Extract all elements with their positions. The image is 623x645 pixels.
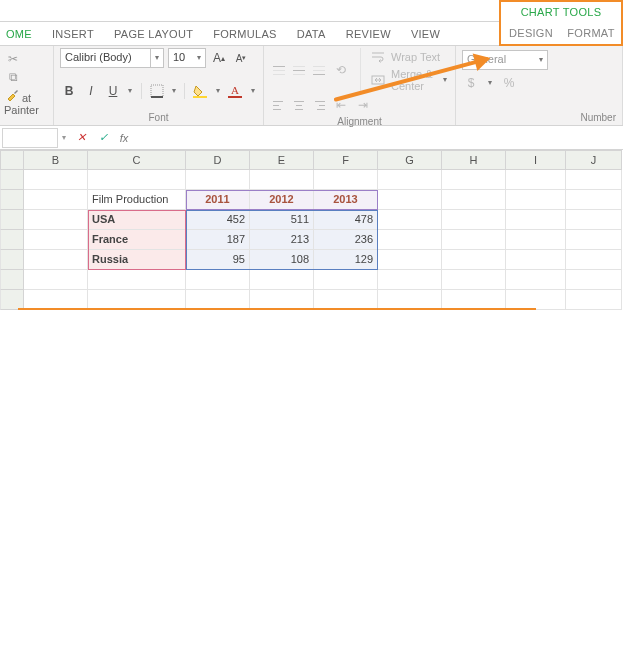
cell-france-2012[interactable]: 213 xyxy=(250,230,314,250)
formula-bar: ▾ ✕ ✓ fx xyxy=(0,126,623,150)
year-2011-header[interactable]: 2011 xyxy=(186,190,250,210)
chevron-down-icon: ▾ xyxy=(193,49,205,67)
fx-icon[interactable]: fx xyxy=(114,132,134,144)
chevron-down-icon: ▾ xyxy=(151,49,163,67)
chevron-down-icon: ▾ xyxy=(126,82,135,100)
bold-button[interactable]: B xyxy=(60,82,78,100)
col-header-I[interactable]: I xyxy=(506,150,566,170)
align-center-button[interactable] xyxy=(290,96,308,114)
col-header-F[interactable]: F xyxy=(314,150,378,170)
col-header-H[interactable]: H xyxy=(442,150,506,170)
align-top-button[interactable] xyxy=(270,61,288,79)
copy-icon: ⧉ xyxy=(4,68,22,86)
col-header-B[interactable]: B xyxy=(24,150,88,170)
font-color-button[interactable]: A xyxy=(226,82,244,100)
row-label-usa[interactable]: USA xyxy=(88,210,186,230)
chevron-down-icon: ▾ xyxy=(484,74,496,92)
number-group-label: Number xyxy=(456,112,622,125)
cell-russia-2013[interactable]: 129 xyxy=(314,250,378,270)
wrap-text-button[interactable]: Wrap Text xyxy=(369,48,449,66)
chevron-down-icon: ▾ xyxy=(58,133,70,142)
col-header-E[interactable]: E xyxy=(250,150,314,170)
align-right-button[interactable] xyxy=(310,96,328,114)
copy-button[interactable]: ⧉ xyxy=(4,68,49,86)
currency-button[interactable]: $ xyxy=(462,74,480,92)
cell-russia-2012[interactable]: 108 xyxy=(250,250,314,270)
increase-font-button[interactable]: A▴ xyxy=(210,49,228,67)
cell-usa-2011[interactable]: 452 xyxy=(186,210,250,230)
chevron-down-icon: ▾ xyxy=(213,82,222,100)
enter-formula-button[interactable]: ✓ xyxy=(92,131,114,144)
chevron-down-icon: ▾ xyxy=(170,82,179,100)
chart-tools-tabs: DESIGN FORMAT xyxy=(499,22,623,46)
cancel-formula-button[interactable]: ✕ xyxy=(70,131,92,144)
col-header-G[interactable]: G xyxy=(378,150,442,170)
svg-rect-4 xyxy=(228,96,242,98)
increase-indent-button[interactable]: ⇥ xyxy=(354,96,372,114)
ribbon: ✂ ⧉ at Painter Calibri (Body) ▾ 10 ▾ A▴ … xyxy=(0,46,623,126)
tab-chart-format[interactable]: FORMAT xyxy=(561,22,621,44)
ribbon-group-alignment: ⟲ Wrap Text Merge & Center ▾ xyxy=(264,46,456,125)
wrap-text-label: Wrap Text xyxy=(391,51,440,63)
embedded-chart[interactable]: 0 100 200 300 400 500 600 xyxy=(18,308,536,310)
paintbrush-icon xyxy=(4,86,22,104)
year-2013-header[interactable]: 2013 xyxy=(314,190,378,210)
svg-text:A: A xyxy=(231,84,239,96)
italic-button[interactable]: I xyxy=(82,82,100,100)
row-label-russia[interactable]: Russia xyxy=(88,250,186,270)
cell-france-2013[interactable]: 236 xyxy=(314,230,378,250)
cell-france-2011[interactable]: 187 xyxy=(186,230,250,250)
tab-page-layout[interactable]: PAGE LAYOUT xyxy=(104,28,203,40)
col-header-J[interactable]: J xyxy=(566,150,622,170)
align-middle-button[interactable] xyxy=(290,61,308,79)
border-button[interactable] xyxy=(148,82,166,100)
col-header-C[interactable]: C xyxy=(88,150,186,170)
chevron-down-icon: ▾ xyxy=(248,82,257,100)
alignment-group-label: Alignment xyxy=(264,116,455,129)
align-bottom-button[interactable] xyxy=(310,61,328,79)
name-box[interactable] xyxy=(2,128,58,148)
underline-button[interactable]: U xyxy=(104,82,122,100)
wrap-text-icon xyxy=(369,48,387,66)
font-group-label: Font xyxy=(54,112,263,125)
year-2012-header[interactable]: 2012 xyxy=(250,190,314,210)
align-left-button[interactable] xyxy=(270,96,288,114)
scissors-icon: ✂ xyxy=(4,50,22,68)
formula-input[interactable] xyxy=(134,128,623,148)
svg-rect-2 xyxy=(193,96,207,98)
chevron-down-icon: ▾ xyxy=(442,71,449,89)
font-name-combo[interactable]: Calibri (Body) ▾ xyxy=(60,48,164,68)
cell-usa-2013[interactable]: 478 xyxy=(314,210,378,230)
chart-tools-contextual-label: CHART TOOLS xyxy=(499,0,623,22)
title-bar: CHART TOOLS xyxy=(0,0,623,22)
ribbon-tabs: OME INSERT PAGE LAYOUT FORMULAS DATA REV… xyxy=(0,22,623,46)
row-label-france[interactable]: France xyxy=(88,230,186,250)
ribbon-group-clipboard: ✂ ⧉ at Painter xyxy=(0,46,54,125)
font-size-value: 10 xyxy=(169,49,193,67)
clipboard-group-label xyxy=(0,116,53,129)
col-header-D[interactable]: D xyxy=(186,150,250,170)
tab-review[interactable]: REVIEW xyxy=(336,28,401,40)
percent-button[interactable]: % xyxy=(500,74,518,92)
worksheet[interactable]: B C D E F G H I J Film Production 2011 2… xyxy=(0,150,623,310)
tab-insert[interactable]: INSERT xyxy=(42,28,104,40)
fill-color-button[interactable] xyxy=(191,82,209,100)
cell-russia-2011[interactable]: 95 xyxy=(186,250,250,270)
table-title-cell[interactable]: Film Production xyxy=(88,190,186,210)
tab-chart-design[interactable]: DESIGN xyxy=(501,22,561,44)
chevron-down-icon: ▾ xyxy=(535,51,547,69)
tab-view[interactable]: VIEW xyxy=(401,28,450,40)
cut-button[interactable]: ✂ xyxy=(4,50,49,68)
orientation-button[interactable]: ⟲ xyxy=(332,61,350,79)
font-name-value: Calibri (Body) xyxy=(61,49,151,67)
tab-data[interactable]: DATA xyxy=(287,28,336,40)
cell-usa-2012[interactable]: 511 xyxy=(250,210,314,230)
tab-formulas[interactable]: FORMULAS xyxy=(203,28,287,40)
ribbon-group-font: Calibri (Body) ▾ 10 ▾ A▴ A▾ B I U ▾ ▾ xyxy=(54,46,264,125)
decrease-font-button[interactable]: A▾ xyxy=(232,49,250,67)
tab-home[interactable]: OME xyxy=(0,28,42,40)
format-painter-button[interactable]: at Painter xyxy=(4,86,49,116)
font-size-combo[interactable]: 10 ▾ xyxy=(168,48,206,68)
column-headers: B C D E F G H I J xyxy=(0,150,623,170)
svg-rect-0 xyxy=(151,85,163,97)
